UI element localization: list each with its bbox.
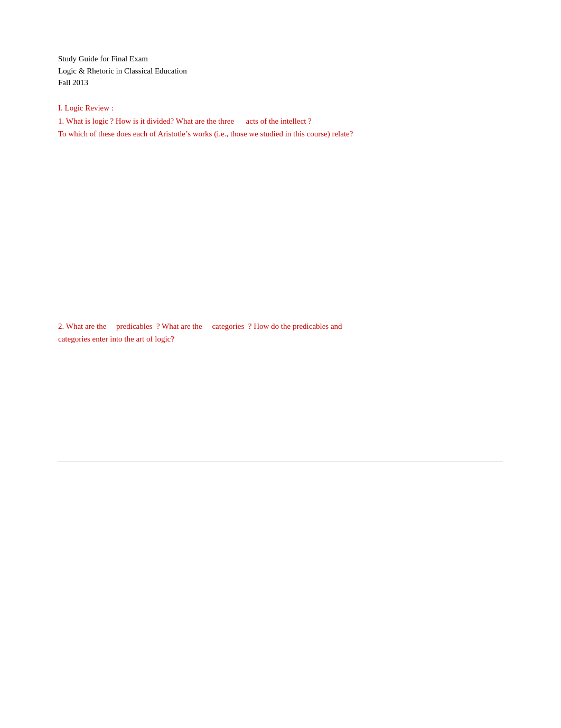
q1-part2: ? xyxy=(308,117,312,125)
q2-highlight-predicables: predicables xyxy=(116,322,152,330)
q2-part3: ? How do the predicables and xyxy=(246,322,342,330)
header-line-2: Logic & Rhetoric in Classical Education xyxy=(58,65,503,77)
header-block: Study Guide for Final Exam Logic & Rheto… xyxy=(58,53,503,89)
q2-line2: categories enter into the art of logic? xyxy=(58,335,174,343)
q2-part1: 2. What are the xyxy=(58,322,106,330)
q1-line2: To which of these does each of Aristotle… xyxy=(58,130,353,138)
page-container: Study Guide for Final Exam Logic & Rheto… xyxy=(0,0,561,504)
question-1-block: 1. What is logic ? How is it divided? Wh… xyxy=(58,115,503,140)
q1-highlight-acts: acts of the intellect xyxy=(246,117,306,125)
question-2-block: 2. What are the predicables ? What are t… xyxy=(58,320,503,345)
q1-part1: 1. What is logic ? How is it divided? Wh… xyxy=(58,117,234,125)
q2-part2: ? What are the xyxy=(154,322,202,330)
header-line-1: Study Guide for Final Exam xyxy=(58,53,503,65)
header-line-3: Fall 2013 xyxy=(58,77,503,89)
page-divider xyxy=(58,462,503,462)
section-heading: I. Logic Review : xyxy=(58,104,503,113)
q2-highlight-categories: categories xyxy=(212,322,244,330)
